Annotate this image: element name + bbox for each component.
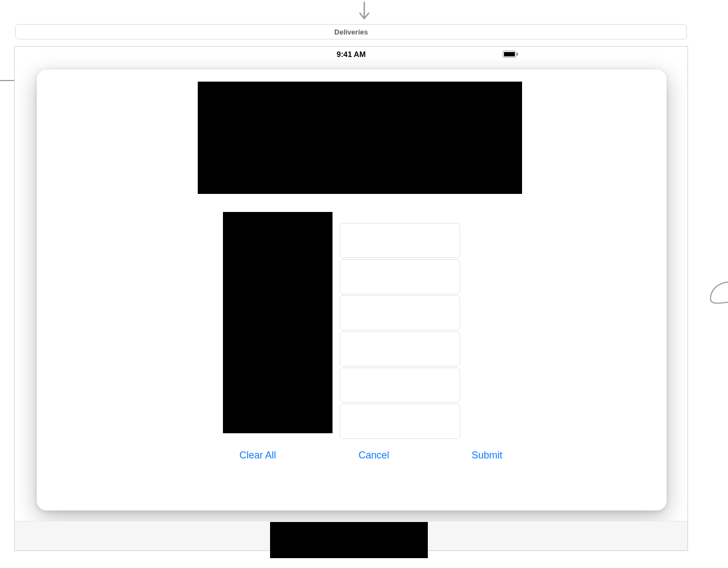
tab-deliveries-label: Deliveries	[334, 28, 368, 36]
form-input-5[interactable]	[340, 368, 460, 403]
form-input-1[interactable]	[340, 223, 460, 258]
redacted-bottom-block	[270, 522, 428, 558]
clear-all-button[interactable]: Clear All	[239, 450, 276, 461]
form-fields	[340, 223, 460, 440]
annotation-arrow-down-icon	[357, 1, 372, 25]
status-bar: 9:41 AM	[15, 47, 687, 59]
device-frame: 9:41 AM Clear All Cancel Submit	[14, 46, 688, 551]
action-row: Clear All Cancel Submit	[239, 450, 502, 461]
redacted-labels-block	[223, 212, 333, 433]
submit-button[interactable]: Submit	[472, 450, 502, 461]
form-input-4[interactable]	[340, 331, 460, 366]
redacted-header-block	[198, 82, 522, 194]
status-time: 9:41 AM	[336, 50, 365, 59]
tab-bar[interactable]: Deliveries	[15, 24, 687, 39]
annotation-right-callout	[701, 274, 728, 309]
form-input-6[interactable]	[340, 404, 460, 439]
form-input-3[interactable]	[340, 295, 460, 330]
svg-rect-1	[504, 52, 515, 56]
svg-rect-2	[517, 53, 518, 56]
modal-dialog: Clear All Cancel Submit	[37, 70, 667, 510]
form-input-2[interactable]	[340, 259, 460, 294]
battery-icon	[502, 50, 519, 60]
cancel-button[interactable]: Cancel	[358, 450, 389, 461]
